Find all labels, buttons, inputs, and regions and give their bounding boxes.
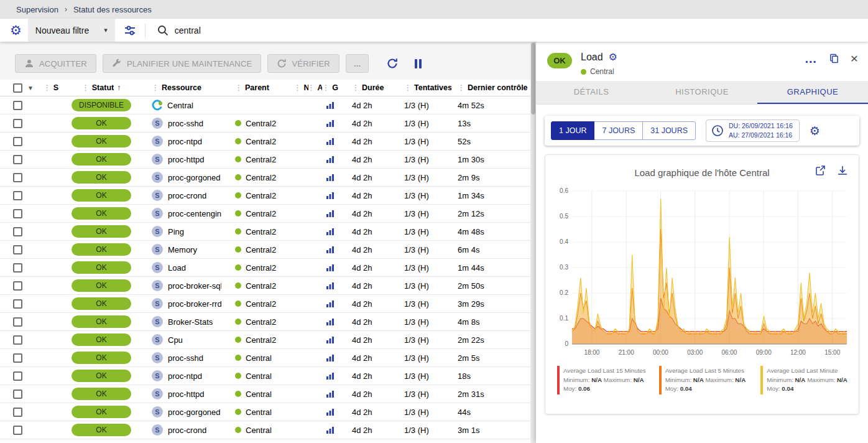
graph-icon[interactable]	[326, 191, 335, 200]
table-row[interactable]: OK S Load Central2 4d 2h 1/3 (H) 1m 44s	[0, 259, 530, 277]
graph-icon[interactable]	[326, 299, 335, 308]
table-row[interactable]: OK S Memory Central2 4d 2h 1/3 (H) 6m 4s	[0, 241, 530, 259]
graph-icon[interactable]	[326, 281, 335, 290]
row-checkbox[interactable]	[13, 299, 22, 309]
copy-link-icon[interactable]	[829, 53, 839, 64]
table-row[interactable]: OK S proc-httpd Central 4d 2h 1/3 (H) 2m…	[0, 385, 530, 403]
row-checkbox[interactable]	[13, 389, 22, 399]
row-checkbox[interactable]	[13, 408, 22, 417]
row-checkbox[interactable]	[13, 137, 22, 146]
select-menu-caret-icon[interactable]: ▼	[27, 85, 34, 91]
header-notes[interactable]: ⋮N	[295, 83, 308, 92]
row-checkbox[interactable]	[13, 371, 22, 381]
row-checkbox[interactable]	[13, 245, 22, 254]
period-7-days-button[interactable]: 7 JOURS	[594, 121, 643, 140]
row-checkbox[interactable]	[13, 209, 22, 218]
header-resource[interactable]: ⋮Ressource	[139, 83, 221, 92]
tab-details[interactable]: DÉTAILS	[536, 81, 647, 104]
table-row[interactable]: OK S proc-crond Central2 4d 2h 1/3 (H) 1…	[0, 187, 530, 205]
table-row[interactable]: OK S proc-ntpd Central 4d 2h 1/3 (H) 18s	[0, 367, 530, 385]
row-checkbox[interactable]	[13, 173, 22, 182]
graph-icon[interactable]	[326, 353, 335, 362]
breadcrumb-item-supervision[interactable]: Supervision	[16, 5, 58, 14]
search-input[interactable]	[175, 26, 386, 35]
legend-item[interactable]: Average Load Last 5 MinutesMinimum: N/A …	[659, 366, 755, 394]
table-row[interactable]: OK S proc-sshd Central 4d 2h 1/3 (H) 2m …	[0, 349, 530, 367]
table-row[interactable]: OK S proc-httpd Central2 4d 2h 1/3 (H) 1…	[0, 151, 530, 169]
graph-icon[interactable]	[326, 137, 335, 146]
panel-settings-gear-icon[interactable]: ⚙	[609, 52, 617, 62]
table-row[interactable]: DISPONIBLE S Central 4d 2h 1/3 (H) 4m 52…	[0, 96, 530, 114]
select-all-checkbox[interactable]	[13, 83, 22, 93]
legend-item[interactable]: Average Load Last MinuteMinimum: N/A Max…	[760, 366, 857, 394]
table-row[interactable]: OK S Cpu Central2 4d 2h 1/3 (H) 2m 22s	[0, 331, 530, 349]
row-checkbox[interactable]	[13, 227, 22, 236]
more-actions-button[interactable]: ...	[346, 54, 369, 73]
header-last-check[interactable]: ⋮Dernier contrôle	[451, 83, 530, 92]
row-checkbox[interactable]	[13, 191, 22, 200]
graph-icon[interactable]	[326, 245, 335, 254]
period-31-days-button[interactable]: 31 JOURS	[642, 121, 696, 140]
graph-settings-gear-icon[interactable]: ⚙	[810, 125, 820, 137]
graph-icon[interactable]	[326, 101, 335, 110]
table-row[interactable]: OK S proc-centengine Central2 4d 2h 1/3 …	[0, 205, 530, 223]
table-row[interactable]: OK S proc-gorgoned Central2 4d 2h 1/3 (H…	[0, 169, 530, 187]
header-graph[interactable]: ⋮G	[322, 83, 338, 92]
pause-icon[interactable]	[415, 59, 422, 68]
row-checkbox[interactable]	[13, 119, 22, 128]
graph-icon[interactable]	[326, 263, 335, 272]
legend-item[interactable]: Average Load Last 15 MinutesMinimum: N/A…	[557, 366, 653, 394]
row-checkbox[interactable]	[13, 317, 22, 327]
row-checkbox[interactable]	[13, 426, 22, 435]
row-checkbox[interactable]	[13, 281, 22, 291]
table-row[interactable]: OK S Broker-Stats Central2 4d 2h 1/3 (H)…	[0, 313, 530, 331]
graph-icon[interactable]	[326, 389, 335, 398]
header-action[interactable]: ⋮A	[308, 83, 322, 92]
table-row[interactable]: OK S proc-crond Central 4d 2h 1/3 (H) 3m…	[0, 421, 530, 439]
row-checkbox[interactable]	[13, 101, 22, 110]
open-in-new-icon[interactable]	[815, 165, 826, 176]
tab-history[interactable]: HISTORIQUE	[647, 81, 757, 104]
close-icon[interactable]: ×	[851, 54, 858, 64]
graph-icon[interactable]	[326, 408, 335, 416]
row-checkbox[interactable]	[13, 155, 22, 164]
graph-icon[interactable]	[326, 227, 335, 236]
graph-icon[interactable]	[326, 155, 335, 164]
graph-icon[interactable]	[326, 426, 335, 434]
graph-icon[interactable]	[326, 371, 335, 380]
table-row[interactable]: OK S proc-broker-sql Central2 4d 2h 1/3 …	[0, 277, 530, 295]
header-severity[interactable]: ⋮S	[39, 83, 63, 92]
scrollbar-thumb[interactable]	[531, 43, 535, 114]
row-checkbox[interactable]	[13, 335, 22, 345]
row-checkbox[interactable]	[13, 263, 22, 273]
graph-icon[interactable]	[326, 317, 335, 326]
table-row[interactable]: OK S proc-ntpd Central2 4d 2h 1/3 (H) 52…	[0, 133, 530, 151]
table-row[interactable]: OK S proc-gorgoned Central 4d 2h 1/3 (H)…	[0, 403, 530, 421]
header-status[interactable]: ⋮Statut↑	[63, 83, 139, 92]
graph-icon[interactable]	[326, 119, 335, 128]
row-checkbox[interactable]	[13, 353, 22, 363]
table-scrollbar[interactable]	[530, 42, 536, 443]
graph-icon[interactable]	[326, 209, 335, 218]
refresh-icon[interactable]	[386, 57, 399, 70]
table-row[interactable]: OK S proc-broker-rrd Central2 4d 2h 1/3 …	[0, 295, 530, 313]
check-button[interactable]: VÉRIFIER	[267, 54, 339, 73]
filter-select[interactable]: Nouveau filtre ▾	[28, 19, 115, 42]
graph-icon[interactable]	[326, 335, 335, 344]
period-1-day-button[interactable]: 1 JOUR	[551, 121, 594, 140]
header-parent[interactable]: ⋮Parent	[221, 83, 295, 92]
header-duration[interactable]: ⋮Durée	[338, 83, 393, 92]
panel-more-icon[interactable]: …	[805, 55, 818, 62]
acknowledge-button[interactable]: ACQUITTER	[15, 54, 96, 73]
tab-graph[interactable]: GRAPHIQUE	[757, 81, 868, 104]
date-range-picker[interactable]: DU: 26/09/2021 16:16 AU: 27/09/2021 16:1…	[706, 119, 800, 141]
header-tries[interactable]: ⋮Tentatives	[393, 83, 451, 92]
table-row[interactable]: OK S Ping Central2 4d 2h 1/3 (H) 4m 48s	[0, 223, 530, 241]
downtime-button[interactable]: PLANIFIER UNE MAINTENANCE	[103, 54, 261, 73]
filter-tune-icon[interactable]	[124, 24, 136, 37]
download-icon[interactable]	[837, 165, 848, 176]
settings-gear-icon[interactable]: ⚙	[10, 24, 22, 37]
table-row[interactable]: OK S proc-sshd Central2 4d 2h 1/3 (H) 13…	[0, 114, 530, 133]
breadcrumb-item-resource-status[interactable]: Statut des ressources	[73, 5, 152, 14]
graph-icon[interactable]	[326, 173, 335, 182]
